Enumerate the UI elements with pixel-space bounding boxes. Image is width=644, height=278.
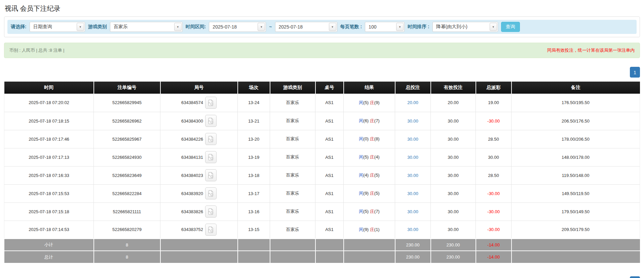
banker-result: 庄 (370, 191, 374, 196)
sort-order-select[interactable]: 降幂(由大到小) ▾ (432, 22, 498, 32)
video-file-icon (207, 153, 214, 161)
banker-result: 庄 (370, 118, 374, 123)
total-bet-cell: 30.00 (395, 112, 431, 130)
page-1-button[interactable]: 1 (630, 276, 640, 278)
time-range-label: 时间区间: (186, 24, 206, 30)
page-1-button[interactable]: 1 (630, 67, 640, 78)
column-header: 局号 (160, 82, 238, 94)
time-cell: 2025-07-18 07:15:18 (4, 202, 94, 221)
game-category-cell: 百家乐 (270, 166, 315, 184)
total-bet-link[interactable]: 30.00 (407, 137, 418, 142)
banker-score: (5) (374, 173, 380, 178)
player-result: 闲 (359, 173, 363, 178)
table-number-cell: AS1 (315, 202, 344, 221)
total-bet-link[interactable]: 30.00 (407, 191, 418, 196)
summary-row: 总计 8 230.00 230.00 -14.00 (4, 251, 640, 263)
date-from-select[interactable]: 2025-07-18 ▾ (209, 22, 266, 32)
page-size-select[interactable]: 100 ▾ (365, 22, 405, 32)
payout-cell: 30.00 (476, 148, 512, 166)
game-category-cell: 百家乐 (270, 221, 315, 239)
valid-bet-cell: 20.00 (431, 94, 476, 112)
video-replay-button[interactable] (205, 205, 217, 218)
total-bet-link[interactable]: 30.00 (407, 173, 418, 178)
session-cell: 13-17 (238, 184, 270, 202)
video-file-icon (207, 117, 214, 125)
round-number-cell: 634384023 (160, 166, 238, 184)
game-category-cell: 百家乐 (270, 130, 315, 148)
video-replay-button[interactable] (205, 151, 217, 163)
caret-down-icon[interactable]: ▾ (490, 23, 497, 31)
total-bet-link[interactable]: 20.00 (407, 100, 418, 105)
time-cell: 2025-07-18 07:14:53 (4, 221, 94, 239)
column-header: 游戏类别 (270, 82, 315, 94)
game-category-select[interactable]: 百家乐 ▾ (110, 22, 183, 32)
query-type-select[interactable]: 日期查询 ▾ (30, 22, 85, 32)
table-row: 2025-07-18 07:16:33 522665823649 6343840… (4, 166, 640, 184)
total-bet-link[interactable]: 30.00 (407, 155, 418, 160)
caret-down-icon[interactable]: ▾ (396, 23, 404, 31)
summary-info: 币别 : 人民币 | 总共 :8 注单 | (9, 47, 65, 53)
filter-panel: 请选择: 日期查询 ▾ 游戏类别 百家乐 ▾ 时间区间: 2025-07-18 … (4, 16, 640, 37)
caret-down-icon[interactable]: ▾ (258, 23, 265, 31)
total-bet-link[interactable]: 30.00 (407, 227, 418, 232)
video-replay-button[interactable] (205, 169, 217, 181)
total-bet-cell: 30.00 (395, 166, 431, 184)
table-header-row: 时间注单编号局号场次游戏类别桌号结果总投注有效投注总派彩备注 (4, 82, 640, 94)
player-score: (5) (363, 209, 369, 214)
caret-down-icon[interactable]: ▾ (329, 23, 336, 31)
player-score: (9) (363, 227, 369, 232)
table-row: 2025-07-18 07:17:46 522665825967 6343842… (4, 130, 640, 148)
round-number: 634384226 (181, 137, 203, 142)
sort-order-value: 降幂(由大到小) (433, 24, 489, 30)
summary-label-cell: 总计 (4, 251, 94, 263)
date-to-select[interactable]: 2025-07-18 ▾ (275, 22, 337, 32)
remark-cell: 149.50/119.50 (512, 184, 640, 202)
time-cell: 2025-07-18 07:17:13 (4, 148, 94, 166)
banker-score: (7) (374, 209, 380, 214)
round-number: 634383826 (181, 209, 203, 214)
summary-total-bet-cell: 230.00 (395, 239, 431, 251)
column-header: 备注 (512, 82, 640, 94)
column-header: 时间 (4, 82, 94, 94)
column-header: 总投注 (395, 82, 431, 94)
caret-down-icon[interactable]: ▾ (174, 23, 182, 31)
video-file-icon (207, 226, 214, 233)
table-row: 2025-07-18 07:15:18 522665821111 6343838… (4, 202, 640, 221)
game-category-label: 游戏类别 (88, 24, 107, 30)
table-number-cell: AS1 (315, 112, 344, 130)
player-result: 闲 (359, 100, 363, 105)
column-header: 场次 (238, 82, 270, 94)
pagination-top: 1 (4, 67, 640, 78)
video-replay-button[interactable] (205, 133, 217, 145)
summary-count-cell: 8 (94, 251, 160, 263)
round-number-cell: 634384574 (160, 94, 238, 112)
valid-bet-cell: 30.00 (431, 202, 476, 221)
summary-notice: 同局有效投注，统一计算在该局第一张注单内 (547, 47, 635, 53)
remark-cell: 119.50/148.00 (512, 166, 640, 184)
total-bet-link[interactable]: 30.00 (407, 119, 418, 124)
video-replay-button[interactable] (205, 224, 217, 236)
filter-bar: 请选择: 日期查询 ▾ 游戏类别 百家乐 ▾ 时间区间: 2025-07-18 … (7, 20, 637, 34)
search-button[interactable]: 查询 (501, 22, 520, 32)
time-cell: 2025-07-18 07:18:15 (4, 112, 94, 130)
caret-down-icon[interactable]: ▾ (77, 23, 84, 31)
column-header: 结果 (344, 82, 395, 94)
bet-number-cell: 522665829945 (94, 94, 160, 112)
summary-payout-cell: -14.00 (476, 251, 512, 263)
player-score: (5) (363, 100, 369, 105)
time-cell: 2025-07-18 07:17:46 (4, 130, 94, 148)
valid-bet-cell: 30.00 (431, 221, 476, 239)
video-replay-button[interactable] (205, 97, 217, 109)
total-bet-link[interactable]: 30.00 (407, 209, 418, 214)
session-cell: 13-15 (238, 221, 270, 239)
table-footer: 小计 8 230.00 230.00 -14.00 总计 8 230.00 23… (4, 239, 640, 263)
player-result: 闲 (359, 136, 363, 141)
session-cell: 13-20 (238, 130, 270, 148)
result-cell: 闲(5) 庄(9) (344, 94, 395, 112)
video-replay-button[interactable] (205, 115, 217, 127)
video-file-icon (207, 190, 214, 197)
player-result: 闲 (359, 227, 363, 232)
time-cell: 2025-07-18 07:20:02 (4, 94, 94, 112)
date-from-value: 2025-07-18 (209, 24, 257, 30)
video-replay-button[interactable] (205, 187, 217, 199)
